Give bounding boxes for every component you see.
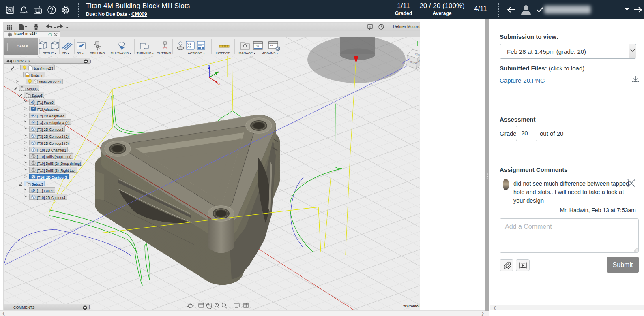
svg-text:Z: Z (402, 60, 405, 65)
svg-text:Z: Z (208, 64, 210, 68)
svg-text:G1: G1 (187, 42, 191, 45)
svg-text:%: % (256, 44, 259, 48)
svg-text:X: X (218, 82, 221, 85)
svg-text:2D Contou: 2D Contou (403, 304, 420, 308)
svg-text:G2: G2 (187, 46, 191, 49)
svg-text:Y: Y (217, 70, 220, 74)
svg-text:>=: >= (270, 44, 273, 47)
